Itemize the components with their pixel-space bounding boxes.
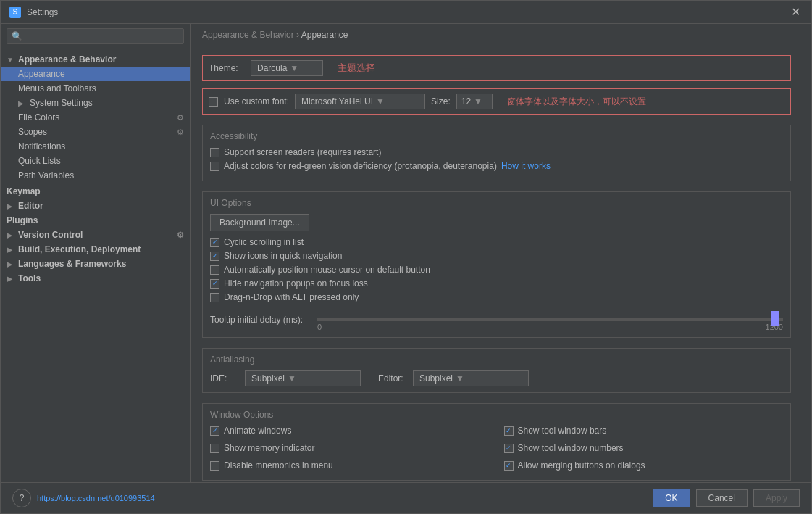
show-tool-numbers-label: Show tool window numbers [518,443,624,453]
font-dropdown[interactable]: Microsoft YaHei UI ▼ [295,94,425,109]
apply-button[interactable]: Apply [753,489,800,507]
theme-annotation: 主题选择 [338,62,375,75]
cancel-button[interactable]: Cancel [696,489,748,507]
how-it-works-link[interactable]: How it works [501,161,551,171]
option-row-show-memory: Show memory indicator [210,443,490,453]
option-row-animate-windows: Animate windows [210,426,490,436]
sidebar-item-label: Build, Execution, Deployment [18,244,141,254]
tooltip-delay-label: Tooltip initial delay (ms): [210,315,311,325]
sidebar-item-notifications[interactable]: Notifications [1,139,190,154]
show-icons-checkbox[interactable] [210,252,219,261]
expand-icon: ▶ [7,246,15,254]
color-blindness-checkbox[interactable] [210,162,219,171]
sidebar-item-tools[interactable]: ▶ Tools [1,271,190,286]
sidebar-item-label: Quick Lists [18,156,61,166]
sidebar-item-label: File Colors [18,112,59,123]
sidebar-item-label: Path Variables [18,170,74,181]
chevron-down-icon: ▼ [376,96,385,107]
sidebar-item-label: Keymap [7,186,41,196]
drag-drop-checkbox[interactable] [210,293,219,302]
sidebar-item-keymap[interactable]: Keymap [1,184,190,199]
ui-options-section: UI Options Background Image... Cyclic sc… [202,191,791,338]
sidebar-tree: ▼ Appearance & Behavior Appearance Menus… [1,49,190,482]
expand-icon: ▶ [7,260,15,268]
settings-window: S Settings ✕ ▼ Appearance & Behavior App… [0,0,812,514]
option-row-show-icons: Show icons in quick navigation [210,251,783,261]
animate-windows-checkbox[interactable] [210,426,219,436]
expand-icon: ▶ [7,275,15,283]
show-tool-bars-checkbox[interactable] [504,426,514,436]
sidebar-item-editor[interactable]: ▶ Editor [1,199,190,213]
sidebar-item-languages[interactable]: ▶ Languages & Frameworks [1,257,190,271]
editor-aa-dropdown[interactable]: Subpixel ▼ [413,370,529,386]
tooltip-delay-slider[interactable] [317,318,783,321]
sidebar-item-label: Plugins [7,215,38,225]
sidebar-item-label: Languages & Frameworks [18,259,126,269]
breadcrumb-current: Appearance [301,30,348,40]
search-box [1,24,190,49]
font-size-value: 12 [461,96,471,107]
allow-merging-checkbox[interactable] [504,461,514,471]
hide-nav-checkbox[interactable] [210,279,219,289]
sidebar-item-quick-lists[interactable]: Quick Lists [1,154,190,168]
sidebar-item-build[interactable]: ▶ Build, Execution, Deployment [1,242,190,257]
sidebar-item-label: Editor [18,201,43,211]
slider-thumb[interactable] [771,311,779,326]
sidebar-item-plugins[interactable]: Plugins [1,213,190,228]
cyclic-scroll-checkbox[interactable] [210,238,219,247]
ide-aa-dropdown[interactable]: Subpixel ▼ [245,370,361,386]
title-bar-left: S Settings [9,7,58,18]
option-row-disable-mnemonics: Disable mnemonics in menu [210,460,490,471]
font-section: Use custom font: Microsoft YaHei UI ▼ Si… [202,88,791,115]
option-row-screen-readers: Support screen readers (requires restart… [210,147,783,157]
chevron-down-icon: ▼ [288,373,296,384]
sidebar-item-path-variables[interactable]: Path Variables [1,168,190,183]
settings-content: Theme: Darcula ▼ 主题选择 Use custom font: M… [191,46,803,482]
option-row-hide-nav: Hide navigation popups on focus loss [210,278,783,289]
antialiasing-title: Antialiasing [210,355,783,365]
sidebar-item-label: System Settings [30,98,93,108]
sidebar-item-version-control[interactable]: ▶ Version Control ⚙ [1,228,190,242]
cyclic-scroll-label: Cyclic scrolling in list [224,237,304,247]
url-text[interactable]: https://blog.csdn.net/u010993514 [37,494,155,502]
breadcrumb: Appearance & Behavior › Appearance [191,24,803,46]
drag-drop-label: Drag-n-Drop with ALT pressed only [224,292,359,302]
sidebar-item-label: Menus and Toolbars [18,83,96,94]
custom-font-checkbox[interactable] [209,97,218,107]
font-size-field: 12 ▼ [456,94,493,109]
option-row-color-blindness: Adjust colors for red-green vision defic… [210,161,783,171]
auto-position-label: Automatically position mouse cursor on d… [224,265,430,275]
title-bar: S Settings ✕ [1,1,811,24]
editor-aa-value: Subpixel [419,373,453,384]
animate-windows-label: Animate windows [224,426,291,436]
sidebar-item-scopes[interactable]: Scopes ⚙ [1,125,190,139]
tooltip-delay-row: Tooltip initial delay (ms): 0 1200 [210,308,783,331]
disable-mnemonics-checkbox[interactable] [210,461,219,471]
sidebar-item-appearance[interactable]: Appearance [1,67,190,81]
main-panel: Appearance & Behavior › Appearance Theme… [191,24,803,482]
background-image-button[interactable]: Background Image... [210,214,309,231]
sidebar-item-system-settings[interactable]: ▶ System Settings [1,96,190,110]
ide-aa-label: IDE: [210,373,239,384]
scrollbar[interactable] [803,24,811,482]
show-memory-checkbox[interactable] [210,444,219,453]
close-button[interactable]: ✕ [788,5,803,20]
ok-button[interactable]: OK [653,489,690,507]
sidebar-item-appearance-behavior[interactable]: ▼ Appearance & Behavior [1,52,190,67]
search-input[interactable] [7,28,184,44]
disable-mnemonics-label: Disable mnemonics in menu [224,460,333,471]
slider-labels: 0 1200 [317,323,783,331]
main-content: ▼ Appearance & Behavior Appearance Menus… [1,24,811,482]
auto-position-checkbox[interactable] [210,265,219,275]
chevron-down-icon: ▼ [456,373,464,384]
sidebar-item-menus-toolbars[interactable]: Menus and Toolbars [1,81,190,96]
theme-value: Darcula [257,63,287,73]
show-tool-numbers-checkbox[interactable] [504,444,514,453]
window-options-section: Window Options Animate windows Show tool… [202,403,791,481]
help-button[interactable]: ? [12,489,31,507]
antialiasing-section: Antialiasing IDE: Subpixel ▼ Editor: Sub… [202,348,791,393]
theme-dropdown[interactable]: Darcula ▼ [251,60,323,76]
sidebar-item-file-colors[interactable]: File Colors ⚙ [1,110,190,125]
sidebar-item-label: Tools [18,273,41,283]
screen-readers-checkbox[interactable] [210,148,219,157]
